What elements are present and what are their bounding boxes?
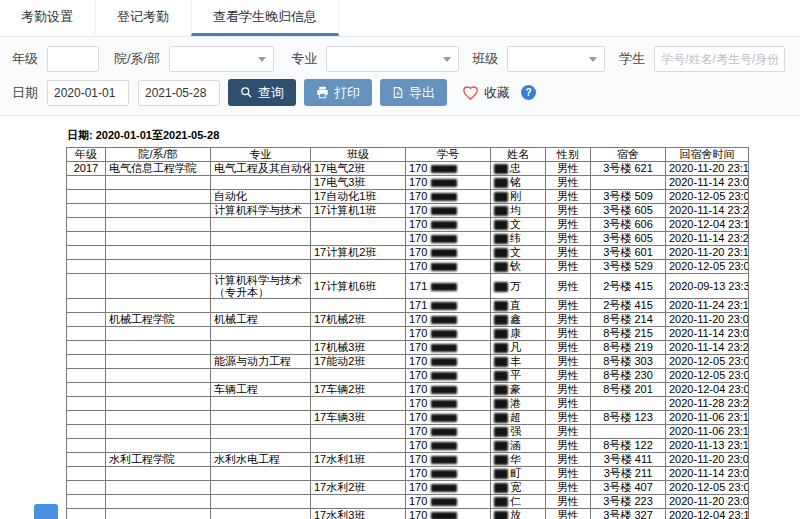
- cell-major: [211, 495, 311, 509]
- major-select[interactable]: [326, 46, 459, 72]
- table-row: 170港男性2020-11-28 23:22: [67, 397, 749, 411]
- redacted-name-blur: [494, 234, 508, 244]
- cell-time: 2020-11-20 23:05: [666, 313, 749, 327]
- redacted-name-blur: [494, 315, 508, 325]
- cell-name: 仁: [491, 495, 546, 509]
- student-id-prefix: 170: [409, 176, 427, 188]
- student-label: 学生: [619, 50, 645, 68]
- cell-student-id: 170: [406, 218, 491, 232]
- cell-student-id: 170: [406, 495, 491, 509]
- cell-dorm: 3号楼 509: [591, 190, 666, 204]
- cell-grade: [67, 313, 106, 327]
- redacted-name-blur: [494, 343, 508, 353]
- redacted-id-blur: [431, 235, 457, 243]
- redacted-name-blur: [494, 220, 508, 230]
- cell-grade: [67, 204, 106, 218]
- cell-student-id: 170: [406, 509, 491, 519]
- redacted-name-blur: [494, 385, 508, 395]
- export-button[interactable]: 导出: [380, 79, 447, 106]
- redacted-id-blur: [431, 442, 457, 450]
- redacted-id-blur: [431, 263, 457, 271]
- cell-gender: 男性: [546, 411, 591, 425]
- cell-gender: 男性: [546, 327, 591, 341]
- cell-gender: 男性: [546, 383, 591, 397]
- student-id-prefix: 170: [409, 355, 427, 367]
- table-row: 171直男性2号楼 4152020-11-24 23:12: [67, 299, 749, 313]
- date-to-input[interactable]: [138, 80, 220, 106]
- chevron-down-icon: [258, 57, 266, 62]
- cell-dorm: 3号楼 606: [591, 218, 666, 232]
- student-id-prefix: 170: [409, 453, 427, 465]
- table-row: 17机械3班170凡男性8号楼 2192020-11-14 23:22: [67, 341, 749, 355]
- help-icon[interactable]: ?: [521, 85, 536, 100]
- cell-gender: 男性: [546, 299, 591, 313]
- cell-dorm: 2号楼 415: [591, 274, 666, 299]
- cell-name: 鑫: [491, 313, 546, 327]
- cell-major: 能源与动力工程: [211, 355, 311, 369]
- cell-name: 纬: [491, 232, 546, 246]
- column-header: 性别: [546, 148, 591, 162]
- cell-class: 17计算机6班: [311, 274, 406, 299]
- name-visible-part: 万: [510, 280, 521, 292]
- cell-student-id: 170: [406, 397, 491, 411]
- cell-class: [311, 327, 406, 341]
- name-visible-part: 文: [510, 218, 521, 230]
- cell-gender: 男性: [546, 495, 591, 509]
- cell-class: [311, 397, 406, 411]
- cell-dorm: 3号楼 605: [591, 204, 666, 218]
- cell-major: [211, 397, 311, 411]
- redacted-id-blur: [431, 316, 457, 324]
- cell-gender: 男性: [546, 162, 591, 176]
- cell-gender: 男性: [546, 509, 591, 519]
- cell-student-id: 170: [406, 341, 491, 355]
- cell-class: 17电气2班: [311, 162, 406, 176]
- student-id-prefix: 170: [409, 232, 427, 244]
- tab-view-late-return-info[interactable]: 查看学生晚归信息: [191, 0, 339, 36]
- cell-dorm: 3号楼 223: [591, 495, 666, 509]
- cell-name: 宽: [491, 481, 546, 495]
- cell-name: 刚: [491, 190, 546, 204]
- cell-student-id: 170: [406, 246, 491, 260]
- cell-name: 放: [491, 509, 546, 519]
- query-button[interactable]: 查询: [228, 79, 296, 106]
- cell-college: [106, 327, 211, 341]
- table-row: 170钦男性3号楼 5292020-12-05 23:03: [67, 260, 749, 274]
- date-from-input[interactable]: [47, 80, 129, 106]
- redacted-name-blur: [494, 469, 508, 479]
- floating-action-button[interactable]: [34, 504, 58, 519]
- cell-name: 町: [491, 467, 546, 481]
- cell-student-id: 170: [406, 313, 491, 327]
- favorite-button[interactable]: 收藏: [462, 84, 510, 102]
- grade-label: 年级: [12, 50, 38, 68]
- cell-major: 计算机科学与技术: [211, 204, 311, 218]
- cell-major: 电气工程及其自动化: [211, 162, 311, 176]
- table-row: 水利工程学院水利水电工程17水利1班170华男性3号楼 4112020-11-2…: [67, 453, 749, 467]
- class-select[interactable]: [507, 46, 605, 72]
- name-visible-part: 铭: [510, 176, 521, 188]
- search-icon: [240, 86, 253, 99]
- cell-college: [106, 383, 211, 397]
- table-row: 170文男性3号楼 6062020-12-04 23:14: [67, 218, 749, 232]
- student-id-prefix: 170: [409, 369, 427, 381]
- name-visible-part: 凡: [510, 341, 521, 353]
- table-row: 17计算机2班170文男性3号楼 6012020-11-20 23:11: [67, 246, 749, 260]
- table-row: 17水利3班170放男性3号楼 3272020-12-04 23:13: [67, 509, 749, 519]
- college-select[interactable]: [169, 46, 274, 72]
- cell-grade: [67, 509, 106, 519]
- student-search-input[interactable]: [654, 46, 785, 72]
- cell-grade: [67, 299, 106, 313]
- chevron-down-icon: [589, 57, 597, 62]
- cell-time: 2020-11-20 23:11: [666, 162, 749, 176]
- table-row: 计算机科学与技术17计算机1班170均男性3号楼 6052020-11-14 2…: [67, 204, 749, 218]
- tab-attendance-settings[interactable]: 考勤设置: [0, 0, 95, 36]
- cell-name: 钦: [491, 260, 546, 274]
- table-row: 计算机科学与技术（专升本）17计算机6班171万男性2号楼 4152020-09…: [67, 274, 749, 299]
- table-row: 17电气3班170铭男性2020-11-14 23:09: [67, 176, 749, 190]
- cell-gender: 男性: [546, 453, 591, 467]
- print-button[interactable]: 打印: [304, 79, 372, 106]
- grade-input[interactable]: [47, 46, 99, 72]
- cell-time: 2020-09-13 23:32: [666, 274, 749, 299]
- cell-time: 2020-11-14 23:23: [666, 204, 749, 218]
- cell-time: 2020-11-14 23:24: [666, 232, 749, 246]
- tab-register-attendance[interactable]: 登记考勤: [95, 0, 191, 36]
